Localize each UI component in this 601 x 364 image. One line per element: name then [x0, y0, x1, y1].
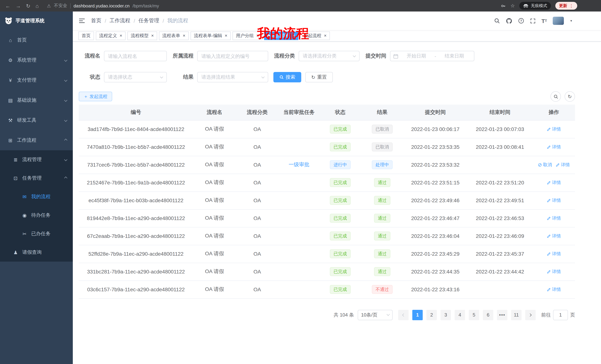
cell-actions: 详情 [533, 174, 575, 192]
sidebar-item-done-task[interactable]: ✂已办任务 [0, 224, 73, 243]
result-select[interactable]: 请选择流程结果 [197, 72, 268, 82]
process-name-input[interactable] [104, 51, 167, 61]
close-icon[interactable]: × [183, 33, 185, 38]
goto-page-input[interactable] [553, 310, 568, 320]
toggle-search-button[interactable] [551, 91, 561, 102]
hamburger-icon[interactable] [79, 18, 85, 23]
sidebar-item-system[interactable]: ⚙系统管理 [0, 50, 73, 70]
search-icon[interactable] [494, 18, 500, 24]
prev-page-button[interactable] [398, 310, 409, 320]
page-button-2[interactable]: 2 [426, 310, 437, 320]
sidebar-item-payment[interactable]: ¥支付管理 [0, 70, 73, 90]
page-button-6[interactable]: 6 [483, 310, 493, 320]
tab-发起流程[interactable]: 发起流程× [300, 31, 330, 40]
sidebar-item-workflow[interactable]: ⊞工作流程 [0, 130, 73, 150]
close-icon[interactable]: × [324, 33, 327, 38]
reset-button[interactable]: ↻ 重置 [305, 72, 333, 82]
bookmark-star-icon[interactable]: ☆ [511, 3, 515, 9]
browser-menu-icon[interactable]: ⋮ [569, 3, 573, 8]
tab-流程表单[interactable]: 流程表单× [159, 31, 189, 40]
tab-首页[interactable]: 首页 [78, 31, 94, 40]
sidebar-item-task-mgmt[interactable]: ⊡任务管理 [0, 169, 73, 187]
page-button-3[interactable]: 3 [441, 310, 451, 320]
detail-button[interactable]: 详情 [547, 126, 561, 132]
address-bar[interactable]: ⚠ 不安全 dashboard.yudao.iocoder.cn/bpm/tas… [47, 3, 159, 9]
detail-button[interactable]: 详情 [556, 162, 570, 168]
create-process-button[interactable]: ＋ 发起流程 [79, 92, 112, 101]
tab-流程表单-编辑[interactable]: 流程表单-编辑× [190, 31, 231, 40]
page-button-1[interactable]: 1 [412, 310, 423, 320]
refresh-table-button[interactable]: ↻ [565, 91, 575, 102]
close-icon[interactable]: × [292, 33, 295, 38]
font-size-icon[interactable]: TT [541, 18, 547, 24]
sidebar-item-label: 基础设施 [17, 97, 36, 104]
process-definition-input[interactable] [197, 51, 268, 61]
page-size-select[interactable]: 10条/页 [358, 310, 393, 320]
date-range-picker[interactable]: 开始日期 - 结束日期 [390, 51, 474, 61]
tab-label: 发起流程 [303, 32, 321, 39]
browser-home-icon[interactable]: ⌂ [35, 3, 39, 8]
cancel-button[interactable]: 取消 [538, 162, 552, 168]
tab-用户分组[interactable]: 用户分组× [232, 31, 262, 40]
cell-actions: 详情 [533, 245, 575, 263]
page-button-5[interactable]: 5 [469, 310, 479, 320]
detail-button[interactable]: 详情 [547, 179, 561, 186]
security-label[interactable]: 不安全 [54, 3, 67, 9]
forward-icon[interactable]: → [16, 3, 21, 8]
browser-update-button[interactable]: 更新 ⋮ [555, 2, 577, 10]
search-button[interactable]: 搜索 [273, 72, 301, 82]
content-area: 首页/工作流程/任务管理/我的流程 ? TT ▾ 我的流程 首 [73, 11, 601, 364]
sidebar-item-home[interactable]: ⌂首页 [0, 30, 73, 50]
cell-process-name: OA 请假 [193, 263, 236, 280]
tab-我的流程[interactable]: 我的流程× [264, 31, 298, 40]
detail-button[interactable]: 详情 [547, 268, 561, 275]
avatar-caret-icon[interactable]: ▾ [570, 19, 572, 23]
close-icon[interactable]: × [120, 33, 122, 38]
fullscreen-icon[interactable] [530, 18, 536, 24]
app-logo-row[interactable]: 芋道管理系统 [0, 11, 73, 30]
chevron-down-icon [387, 313, 390, 316]
next-page-button[interactable] [525, 310, 536, 320]
back-icon[interactable]: ← [5, 3, 10, 8]
tab-流程定义[interactable]: 流程定义× [96, 31, 126, 40]
sidebar-item-devtools[interactable]: ⚒研发工具 [0, 110, 73, 130]
avatar[interactable] [553, 17, 564, 25]
close-icon[interactable]: × [151, 33, 154, 38]
close-icon[interactable]: × [256, 33, 259, 38]
breadcrumb-item[interactable]: 工作流程 [110, 18, 130, 24]
breadcrumb-item[interactable]: 首页 [91, 18, 101, 24]
url-host[interactable]: dashboard.yudao.iocoder.cn [74, 3, 130, 8]
reload-icon[interactable]: ↻ [26, 3, 30, 8]
detail-button[interactable]: 详情 [547, 233, 561, 239]
detail-button[interactable]: 详情 [547, 144, 561, 150]
sidebar-item-label: 流程管理 [22, 156, 42, 163]
sidebar-item-my-process[interactable]: ✉我的流程 [0, 187, 73, 206]
github-icon[interactable] [506, 18, 512, 24]
end-date-placeholder[interactable]: 结束日期 [438, 53, 471, 59]
close-icon[interactable]: × [225, 33, 227, 38]
action-label: 详情 [552, 215, 561, 221]
more-pages-button[interactable]: ••• [497, 310, 507, 320]
status-select[interactable]: 请选择状态 [104, 72, 167, 82]
detail-button[interactable]: 详情 [547, 215, 561, 221]
page-button-11[interactable]: 11 [511, 310, 521, 320]
help-icon[interactable]: ? [518, 18, 524, 24]
filter-row-1: 流程名 所属流程 流程分类 请选择流程分类 提交时间 [79, 51, 575, 61]
detail-button[interactable]: 详情 [547, 251, 561, 257]
tab-label: 流程表单-编辑 [194, 32, 222, 39]
sidebar-item-process-mgmt[interactable]: ≣流程管理 [0, 150, 73, 169]
sidebar-item-todo-task[interactable]: ◉待办任务 [0, 206, 73, 224]
task-link[interactable]: 一级审批 [289, 161, 310, 167]
password-key-icon[interactable] [501, 3, 506, 8]
page-button-4[interactable]: 4 [455, 310, 465, 320]
breadcrumb-item[interactable]: 任务管理 [139, 18, 159, 24]
detail-button[interactable]: 详情 [547, 286, 561, 293]
sidebar-item-infra[interactable]: ▤基础设施 [0, 90, 73, 110]
detail-button[interactable]: 详情 [547, 197, 561, 203]
start-date-placeholder[interactable]: 开始日期 [400, 53, 433, 59]
category-select[interactable]: 请选择流程分类 [299, 51, 360, 61]
tab-流程模型[interactable]: 流程模型× [127, 31, 157, 40]
status-tag: 已完成 [330, 214, 351, 223]
sidebar-item-leave-query[interactable]: ♟请假查询 [0, 243, 73, 262]
url-path[interactable]: /bpm/task/my [133, 3, 159, 8]
